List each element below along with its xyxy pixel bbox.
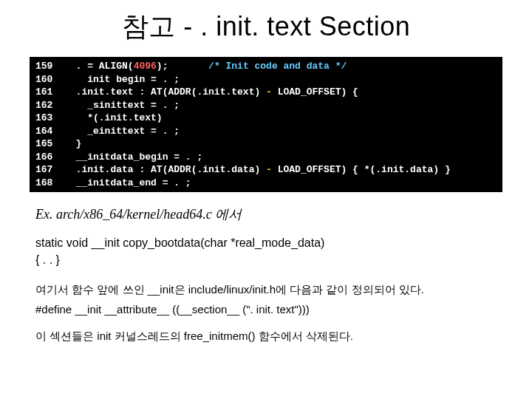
- code-block: 159 . = ALIGN(4096); /* Init code and da…: [30, 57, 502, 192]
- line-number: 165: [35, 138, 64, 149]
- free-initmem-note: 이 섹션들은 init 커널스레드의 free_initmem() 함수에서 삭…: [35, 328, 502, 345]
- code-line: 159 . = ALIGN(4096); /* Init code and da…: [35, 61, 347, 72]
- line-number: 164: [35, 126, 64, 137]
- code-token: /* Init code and data */: [208, 61, 347, 72]
- slide-title: 참고 - . init. text Section: [30, 9, 502, 45]
- slide-root: 참고 - . init. text Section 159 . = ALIGN(…: [0, 0, 532, 399]
- code-token: -: [266, 86, 272, 98]
- code-line: 168 __initdata_end = . ;: [35, 177, 191, 188]
- code-token: 4096: [134, 61, 157, 72]
- line-number: 162: [35, 100, 64, 111]
- example-function: static void __init copy_bootdata(char *r…: [35, 235, 502, 268]
- func-line-2: { . . }: [35, 252, 502, 268]
- code-line: 164 _einittext = . ;: [35, 126, 180, 137]
- example-path: Ex. arch/x86_64/kernel/head64.c 에서: [35, 205, 502, 223]
- code-line: 161 .init.text : AT(ADDR(.init.text) - L…: [35, 86, 358, 98]
- line-number: 163: [35, 112, 64, 123]
- code-line: 163 *(.init.text): [35, 112, 163, 123]
- code-line: 165 }: [35, 138, 81, 149]
- code-line: 167 .init.data : AT(ADDR(.init.data) - L…: [35, 164, 451, 175]
- func-line-1: static void __init copy_bootdata(char *r…: [35, 235, 502, 251]
- line-number: 168: [35, 177, 64, 188]
- code-line: 166 __initdata_begin = . ;: [35, 151, 202, 163]
- code-line: 160 init begin = . ;: [35, 74, 180, 85]
- init-explanation-line1: 여기서 함수 앞에 쓰인 __init은 include/linux/init.…: [35, 282, 502, 299]
- line-number: 166: [35, 151, 64, 163]
- line-number: 160: [35, 74, 64, 85]
- code-line: 162 _sinittext = . ;: [35, 100, 180, 111]
- line-number: 167: [35, 164, 64, 175]
- line-number: 159: [35, 61, 64, 72]
- line-number: 161: [35, 86, 64, 98]
- init-define-line: #define __init __attribute__ ((__section…: [35, 301, 502, 318]
- code-token: -: [266, 164, 272, 175]
